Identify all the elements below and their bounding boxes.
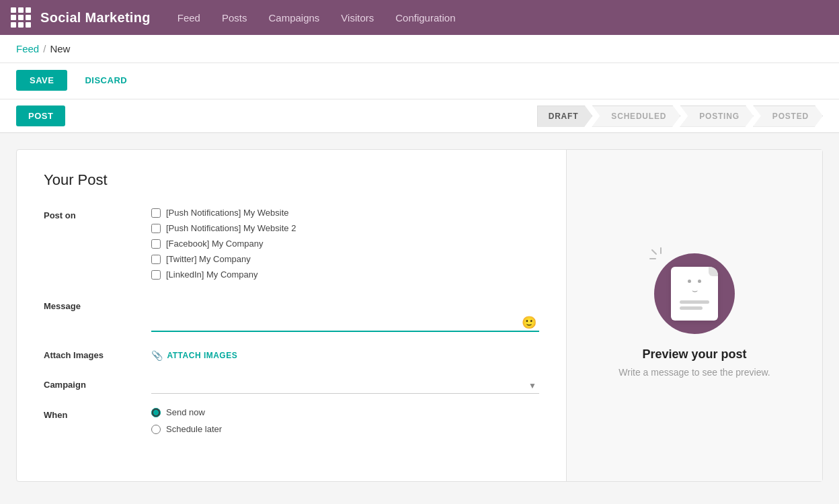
post-button[interactable]: POST	[16, 106, 65, 126]
spark-lines-icon	[649, 247, 673, 271]
action-bar: SAVE DISCARD	[0, 63, 839, 99]
nav-links: Feed Posts Campaigns Visitors Configurat…	[177, 12, 456, 24]
message-label: Message	[44, 298, 151, 334]
campaign-row: Campaign ▼	[44, 377, 539, 394]
breadcrumb: Feed / New	[0, 35, 839, 63]
post-on-label: Post on	[44, 208, 151, 285]
preview-circle: ⌣	[654, 253, 735, 334]
message-row: Message 🙂	[44, 298, 539, 334]
when-label: When	[44, 407, 151, 441]
main-content: Your Post Post on [Push Notifications] M…	[0, 133, 839, 498]
emoji-icon[interactable]: 🙂	[522, 315, 536, 330]
message-field: 🙂	[151, 298, 539, 334]
top-navigation: Social Marketing Feed Posts Campaigns Vi…	[0, 0, 839, 35]
radio-send-now-input[interactable]	[151, 408, 161, 417]
step-scheduled[interactable]: SCHEDULED	[592, 106, 680, 127]
status-steps: DRAFT SCHEDULED POSTING POSTED	[538, 106, 823, 127]
app-title: Social Marketing	[40, 10, 151, 26]
campaign-field: ▼	[151, 377, 539, 394]
attach-images-button[interactable]: 📎 ATTACH IMAGES	[151, 347, 237, 364]
checkbox-linkedin-label: [LinkedIn] My Company	[166, 269, 258, 280]
message-input[interactable]	[151, 298, 539, 332]
doc-lines	[680, 300, 709, 310]
nav-feed[interactable]: Feed	[177, 12, 200, 24]
step-draft[interactable]: DRAFT	[537, 106, 593, 127]
radio-send-now-label: Send now	[166, 407, 205, 417]
paperclip-icon: 📎	[151, 350, 163, 361]
checkbox-facebook: [Facebook] My Company	[151, 239, 539, 249]
checkbox-push-website-2-input[interactable]	[151, 224, 161, 233]
svg-line-2	[652, 250, 656, 254]
form-title: Your Post	[44, 171, 539, 189]
breadcrumb-current-page: New	[50, 43, 70, 54]
radio-schedule-later-label: Schedule later	[166, 424, 222, 434]
discard-button[interactable]: DISCARD	[74, 70, 138, 91]
preview-doc: ⌣	[671, 267, 718, 321]
radio-send-now: Send now	[151, 407, 539, 417]
message-input-wrapper: 🙂	[151, 298, 539, 334]
doc-line-2	[680, 306, 703, 310]
checkbox-twitter: [Twitter] My Company	[151, 254, 539, 264]
doc-eye-right	[698, 280, 701, 283]
campaign-label: Campaign	[44, 377, 151, 394]
nav-visitors[interactable]: Visitors	[341, 12, 374, 24]
checkbox-push-website-2: [Push Notifications] My Website 2	[151, 223, 539, 233]
doc-face	[688, 280, 701, 283]
attach-images-row: Attach Images 📎 ATTACH IMAGES	[44, 347, 539, 364]
nav-campaigns[interactable]: Campaigns	[268, 12, 319, 24]
campaign-select-wrapper: ▼	[151, 377, 539, 394]
checkbox-push-website-1: [Push Notifications] My Website	[151, 208, 539, 218]
post-on-checkboxes: [Push Notifications] My Website [Push No…	[151, 208, 539, 285]
checkbox-twitter-input[interactable]	[151, 255, 161, 264]
attach-images-btn-label: ATTACH IMAGES	[167, 351, 238, 360]
preview-illustration: ⌣	[654, 253, 735, 334]
checkbox-push-website-2-label: [Push Notifications] My Website 2	[166, 223, 296, 233]
doc-smile-icon: ⌣	[692, 286, 698, 295]
status-bar: POST DRAFT SCHEDULED POSTING POSTED	[0, 99, 839, 133]
content-card: Your Post Post on [Push Notifications] M…	[16, 149, 823, 482]
when-row: When Send now Schedule later	[44, 407, 539, 441]
preview-title: Preview your post	[642, 347, 746, 362]
radio-schedule-later-input[interactable]	[151, 425, 161, 434]
attach-images-label: Attach Images	[44, 347, 151, 364]
checkbox-linkedin-input[interactable]	[151, 270, 161, 280]
breadcrumb-separator: /	[43, 43, 46, 54]
nav-posts[interactable]: Posts	[222, 12, 247, 24]
preview-panel: ⌣ Preview your post Write a message to s…	[567, 150, 822, 481]
checkbox-push-website-1-label: [Push Notifications] My Website	[166, 208, 289, 218]
checkbox-push-website-1-input[interactable]	[151, 208, 161, 218]
doc-eye-left	[688, 280, 691, 283]
nav-configuration[interactable]: Configuration	[395, 12, 455, 24]
campaign-select[interactable]	[151, 377, 539, 394]
when-field: Send now Schedule later	[151, 407, 539, 441]
form-panel: Your Post Post on [Push Notifications] M…	[17, 150, 567, 481]
checkbox-linkedin: [LinkedIn] My Company	[151, 269, 539, 280]
apps-grid-icon[interactable]	[11, 7, 31, 28]
attach-images-field: 📎 ATTACH IMAGES	[151, 347, 539, 364]
post-on-row: Post on [Push Notifications] My Website …	[44, 208, 539, 285]
step-posted[interactable]: POSTED	[753, 106, 823, 127]
radio-schedule-later: Schedule later	[151, 424, 539, 434]
breadcrumb-feed-link[interactable]: Feed	[16, 43, 39, 54]
preview-subtitle: Write a message to see the preview.	[618, 367, 770, 378]
checkbox-facebook-input[interactable]	[151, 239, 161, 249]
save-button[interactable]: SAVE	[16, 70, 67, 91]
doc-line-1	[680, 300, 709, 304]
checkbox-twitter-label: [Twitter] My Company	[166, 254, 251, 264]
step-posting[interactable]: POSTING	[680, 106, 754, 127]
checkbox-facebook-label: [Facebook] My Company	[166, 239, 264, 249]
